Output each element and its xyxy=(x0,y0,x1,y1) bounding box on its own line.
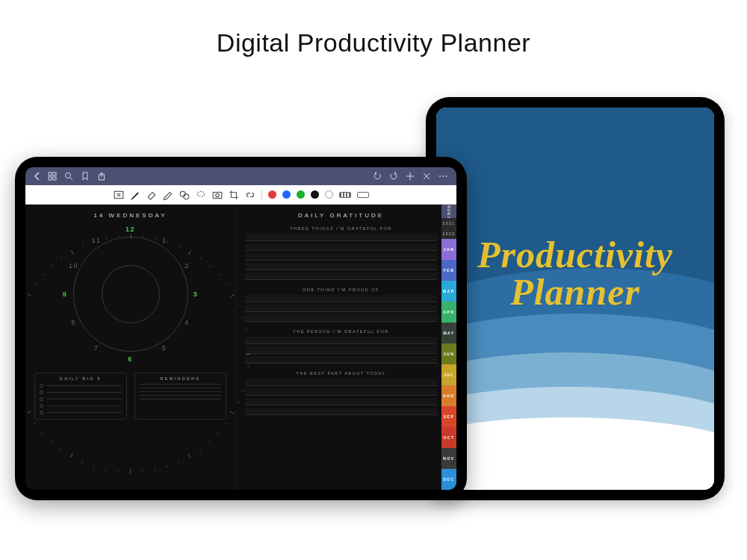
clock-hour-8: 8 xyxy=(71,319,76,326)
ipad-portrait-device: Productivity Planner xyxy=(426,97,725,500)
tab-year-2021[interactable]: 2021 xyxy=(441,218,456,228)
page-title: Digital Productivity Planner xyxy=(0,28,747,57)
redo-icon[interactable] xyxy=(389,172,398,181)
writing-line[interactable] xyxy=(245,243,437,251)
clock-hour-12: 12 xyxy=(125,225,135,233)
section-proud-of: ONE THING I'M PROUD OF xyxy=(245,287,437,292)
writing-line[interactable] xyxy=(245,314,437,322)
writing-line[interactable] xyxy=(245,379,437,386)
color-swatch-red[interactable] xyxy=(268,190,276,199)
writing-line[interactable] xyxy=(245,273,437,280)
daily-big5-box[interactable]: DAILY BIG 5 xyxy=(34,373,127,420)
writing-line[interactable] xyxy=(245,234,437,241)
writing-line[interactable] xyxy=(245,253,437,261)
link-tool-icon[interactable] xyxy=(245,190,255,200)
cover-title: Productivity Planner xyxy=(436,237,714,310)
svg-rect-3 xyxy=(53,177,56,180)
daily-big5-title: DAILY BIG 5 xyxy=(40,376,122,381)
cover-screen: Productivity Planner xyxy=(436,108,714,490)
writing-line[interactable] xyxy=(245,398,437,405)
writing-line[interactable] xyxy=(245,295,437,302)
grid-icon[interactable] xyxy=(48,172,57,181)
crop-tool-icon[interactable] xyxy=(229,190,239,200)
left-page-header: 14 WEDNESDAY xyxy=(34,212,226,219)
writing-line[interactable] xyxy=(245,356,437,364)
tab-month-oct[interactable]: OCT xyxy=(441,427,456,448)
close-icon[interactable] xyxy=(422,172,431,181)
eraser-tool-icon[interactable] xyxy=(146,190,157,200)
svg-rect-0 xyxy=(49,172,52,175)
pen-tool-icon[interactable] xyxy=(130,190,140,200)
text-tool-icon[interactable] xyxy=(114,190,124,200)
tab-month-aug[interactable]: AUG xyxy=(441,385,456,406)
svg-point-12 xyxy=(215,193,219,197)
more-icon[interactable]: ⋯ xyxy=(438,171,449,181)
clock-hour-1: 1 xyxy=(162,237,167,244)
tab-month-may[interactable]: MAY xyxy=(441,323,456,343)
color-swatch-green[interactable] xyxy=(297,190,305,199)
svg-rect-1 xyxy=(53,172,56,175)
right-page-header: DAILY GRATITUDE xyxy=(245,212,437,219)
lasso-tool-icon[interactable] xyxy=(196,190,206,200)
tab-month-sep[interactable]: SEP xyxy=(441,406,456,427)
tab-month-dec[interactable]: DEC xyxy=(441,469,456,490)
color-swatch-black[interactable] xyxy=(311,190,319,199)
tab-month-jul[interactable]: JUL xyxy=(441,364,456,385)
stroke-dot-style[interactable] xyxy=(357,192,369,198)
tab-month-mar[interactable]: MAR xyxy=(441,281,456,302)
clock-face: 12 1 2 3 4 5 6 7 8 9 10 11 xyxy=(60,223,202,365)
svg-point-9 xyxy=(183,193,188,199)
writing-line[interactable] xyxy=(245,408,437,415)
clock-hour-11: 11 xyxy=(91,237,101,244)
planner-spread: 14 WEDNESDAY 12 1 2 3 4 5 6 7 8 9 10 11 xyxy=(25,205,456,490)
tab-year-2022[interactable]: 2022 xyxy=(441,228,456,239)
section-best-part: THE BEST PART ABOUT TODAY xyxy=(245,371,437,376)
color-swatch-white[interactable] xyxy=(325,190,333,199)
side-tabs: INDEX 2021 2022 JANFEBMARAPRMAYJUNJULAUG… xyxy=(441,205,456,490)
clock-hour-2: 2 xyxy=(185,262,190,270)
tab-month-nov[interactable]: NOV xyxy=(441,448,456,469)
tab-index[interactable]: INDEX xyxy=(441,205,456,218)
clock-hour-7: 7 xyxy=(94,344,99,352)
clock-hour-10: 10 xyxy=(69,262,78,270)
add-icon[interactable] xyxy=(406,172,415,181)
cover-title-line2: Planner xyxy=(436,275,714,311)
editor-toolbar xyxy=(25,185,456,205)
writing-line[interactable] xyxy=(245,346,437,354)
reminders-title: REMINDERS xyxy=(140,376,222,381)
app-chrome-bar: ⋯ xyxy=(25,167,456,185)
svg-rect-2 xyxy=(49,177,52,180)
stroke-dash-style[interactable] xyxy=(339,192,351,198)
reminders-box[interactable]: REMINDERS xyxy=(134,373,227,420)
svg-point-4 xyxy=(66,173,71,178)
writing-line[interactable] xyxy=(245,263,437,270)
tab-month-jan[interactable]: JAN xyxy=(441,239,456,260)
back-icon[interactable] xyxy=(33,172,42,181)
planner-right-page: DAILY GRATITUDE THREE THINGS I'M GRATEFU… xyxy=(235,205,456,490)
toolbar-divider xyxy=(261,190,262,200)
writing-line[interactable] xyxy=(245,388,437,396)
planner-left-page: 14 WEDNESDAY 12 1 2 3 4 5 6 7 8 9 10 11 xyxy=(25,205,235,490)
svg-rect-7 xyxy=(114,191,123,198)
camera-tool-icon[interactable] xyxy=(212,190,223,200)
ipad-landscape-device: ⋯ xyxy=(15,157,467,500)
writing-line[interactable] xyxy=(245,305,437,312)
search-icon[interactable] xyxy=(64,172,73,181)
cover-title-line1: Productivity xyxy=(477,234,673,276)
clock-hour-5: 5 xyxy=(162,344,167,352)
tab-month-jun[interactable]: JUN xyxy=(441,343,456,364)
clock-hour-4: 4 xyxy=(185,319,190,326)
tab-month-apr[interactable]: APR xyxy=(441,302,456,323)
share-icon[interactable] xyxy=(97,172,106,181)
writing-line[interactable] xyxy=(245,337,437,344)
tab-month-feb[interactable]: FEB xyxy=(441,260,456,281)
clock-hour-3: 3 xyxy=(193,290,199,298)
color-swatch-blue[interactable] xyxy=(282,190,291,199)
svg-line-5 xyxy=(70,178,72,180)
bookmark-icon[interactable] xyxy=(81,172,90,181)
section-grateful-for: THREE THINGS I'M GRATEFUL FOR xyxy=(245,226,437,231)
svg-point-8 xyxy=(180,191,185,196)
undo-icon[interactable] xyxy=(373,172,382,181)
highlighter-tool-icon[interactable] xyxy=(163,190,173,200)
shapes-tool-icon[interactable] xyxy=(179,190,190,200)
